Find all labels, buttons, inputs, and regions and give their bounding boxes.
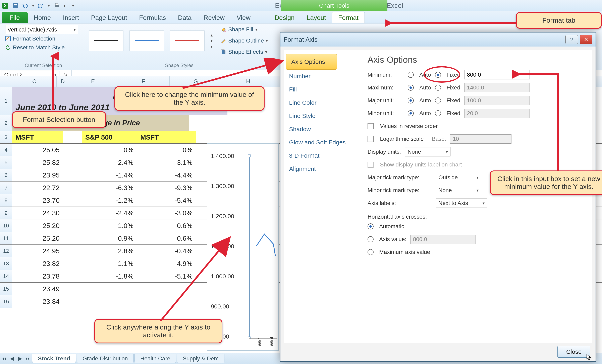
sheet-tab-stock-trend[interactable]: Stock Trend (32, 354, 76, 363)
row-header[interactable]: 2 (0, 115, 12, 131)
cell-msft-price[interactable]: 23.78 (12, 270, 63, 282)
cell-msft-change[interactable]: -9.3% (137, 181, 196, 194)
minor-value-input[interactable] (464, 109, 530, 118)
column-header[interactable]: E (69, 76, 117, 87)
shape-effects-button[interactable]: Shape Effects▾ (221, 48, 268, 56)
row-header[interactable]: 9 (0, 207, 12, 219)
column-header[interactable]: F (117, 76, 170, 87)
file-tab[interactable]: File (2, 12, 28, 23)
minor-fixed-radio[interactable] (435, 110, 441, 116)
style-preset-blue[interactable] (129, 31, 164, 51)
cell-sp500-change[interactable]: -1.4% (82, 169, 137, 181)
row-header[interactable]: 12 (0, 245, 12, 257)
gallery-up-icon[interactable]: ▴ (211, 33, 213, 38)
minimum-value-input[interactable] (464, 70, 530, 79)
display-units-select[interactable]: None▾ (405, 147, 451, 156)
column-header[interactable]: C (12, 76, 57, 87)
help-button[interactable]: ? (565, 35, 578, 44)
row-header[interactable]: 11 (0, 232, 12, 244)
major-auto-radio[interactable] (408, 97, 414, 104)
cell-msft-change[interactable] (137, 282, 196, 295)
sheet-tab-supply-dem[interactable]: Supply & Dem (177, 354, 225, 363)
cell-msft-price[interactable]: 22.72 (12, 181, 63, 194)
redo-dropdown-icon[interactable]: ▾ (48, 3, 50, 8)
crosses-max-radio[interactable] (367, 249, 374, 255)
cell-msft-change[interactable]: 0.6% (137, 219, 196, 232)
cell-msft-price[interactable]: 25.05 (12, 144, 63, 156)
cell-msft-change[interactable]: 0.6% (137, 232, 196, 244)
row-header[interactable]: 6 (0, 169, 12, 181)
row-header[interactable]: 7 (0, 181, 12, 194)
tab-page-layout[interactable]: Page Layout (85, 12, 133, 23)
cell-msft-price[interactable]: 23.95 (12, 169, 63, 181)
nav-3d-format[interactable]: 3-D Format (284, 149, 360, 162)
tab-data[interactable]: Data (172, 12, 197, 23)
cell-sp500-change[interactable]: 2.8% (82, 245, 137, 257)
cell-msft-price[interactable]: 25.20 (12, 232, 63, 244)
row-header[interactable]: 4 (0, 144, 12, 156)
cell-msft-change[interactable]: -5.4% (137, 194, 196, 207)
nav-line-color[interactable]: Line Color (284, 96, 360, 109)
cell-msft-change[interactable]: -0.4% (137, 245, 196, 257)
redo-icon[interactable] (38, 2, 44, 9)
nav-glow[interactable]: Glow and Soft Edges (284, 136, 360, 149)
cell-msft-change[interactable]: -5.1% (137, 270, 196, 282)
cell-msft-price[interactable]: 23.70 (12, 194, 63, 207)
select-all-corner[interactable] (0, 76, 12, 87)
cell-msft-price[interactable]: 25.82 (12, 156, 63, 169)
row-header[interactable]: 14 (0, 270, 12, 282)
column-header[interactable]: G (170, 76, 222, 87)
reverse-order-checkbox[interactable] (367, 123, 374, 129)
subheader-msft2[interactable]: MSFT (137, 131, 196, 143)
cell-sp500-change[interactable]: -6.3% (82, 181, 137, 194)
sheet-tab-health-care[interactable]: Health Care (134, 354, 176, 363)
cell-msft-change[interactable]: 3.1% (137, 156, 196, 169)
column-header[interactable]: H (222, 76, 274, 87)
row-header[interactable]: 15 (0, 282, 12, 295)
cell-msft-change[interactable]: -4.9% (137, 257, 196, 270)
tab-layout[interactable]: Layout (301, 12, 332, 23)
nav-shadow[interactable]: Shadow (284, 123, 360, 136)
cell-sp500-change[interactable]: 1.0% (82, 219, 137, 232)
cell-msft-price[interactable]: 23.84 (12, 295, 63, 308)
undo-dropdown-icon[interactable]: ▾ (32, 3, 34, 8)
crosses-value-input[interactable] (410, 235, 476, 244)
tab-nav-first-icon[interactable]: ⏮ (0, 354, 8, 363)
tab-nav-prev-icon[interactable]: ◀ (8, 354, 16, 363)
major-fixed-radio[interactable] (435, 97, 441, 104)
minor-auto-radio[interactable] (408, 110, 414, 116)
major-tick-select[interactable]: Outside▾ (436, 173, 481, 182)
tab-formulas[interactable]: Formulas (133, 12, 172, 23)
row-header[interactable]: 8 (0, 194, 12, 207)
maximum-fixed-radio[interactable] (435, 85, 441, 91)
print-icon[interactable] (54, 2, 60, 9)
cell-msft-price[interactable]: 24.95 (12, 245, 63, 257)
tab-review[interactable]: Review (197, 12, 231, 23)
window-close-button[interactable]: ✕ (580, 35, 592, 44)
nav-number[interactable]: Number (284, 70, 360, 83)
row-header[interactable]: 10 (0, 219, 12, 232)
nav-fill[interactable]: Fill (284, 83, 360, 96)
row-header[interactable]: 16 (0, 295, 12, 308)
save-icon[interactable] (12, 2, 19, 9)
shape-fill-button[interactable]: Shape Fill▾ (221, 25, 268, 34)
subheader-msft[interactable]: MSFT (12, 131, 63, 143)
minor-tick-select[interactable]: None▾ (436, 186, 481, 195)
close-button[interactable]: Close (558, 346, 590, 358)
undo-icon[interactable] (22, 2, 29, 9)
cell-msft-price[interactable]: 23.82 (12, 257, 63, 270)
minimum-auto-radio[interactable] (408, 72, 414, 78)
major-value-input[interactable] (464, 96, 530, 105)
cell-sp500-change[interactable]: 0.9% (82, 232, 137, 244)
cell-msft-change[interactable] (137, 295, 196, 308)
cell-sp500-change[interactable] (82, 282, 137, 295)
gallery-more-icon[interactable]: ▾ (211, 44, 213, 49)
crosses-value-radio[interactable] (367, 236, 374, 242)
cell-msft-price[interactable]: 24.30 (12, 207, 63, 219)
tab-format[interactable]: Format (332, 12, 365, 23)
cell-msft-price[interactable]: 25.20 (12, 219, 63, 232)
style-preset-red[interactable] (170, 31, 204, 51)
cell-sp500-change[interactable]: 0% (82, 144, 137, 156)
crosses-auto-radio[interactable] (367, 223, 374, 229)
column-header[interactable]: D (57, 76, 69, 87)
